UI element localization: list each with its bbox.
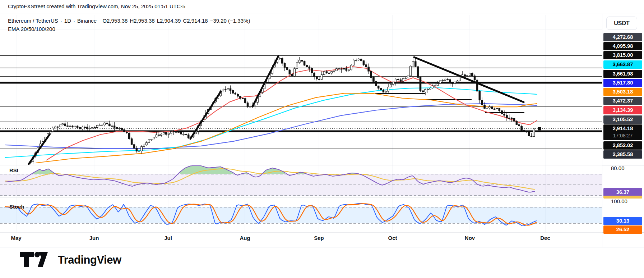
- chart-widget[interactable]: Ethereum / TetherUS·1D·Binance O2,953.38…: [0, 14, 644, 247]
- rsi-pane-label[interactable]: RSI: [9, 167, 18, 173]
- title-seg: L2,904.39: [157, 18, 181, 24]
- last-price: 2,914.18: [603, 124, 642, 132]
- tradingview-logo-text: TradingView: [58, 254, 121, 266]
- title-seg: O2,953.38: [102, 18, 128, 24]
- stoch-k-badge: 30.13: [603, 217, 642, 225]
- price-level-badge: 3,661.98: [603, 70, 642, 78]
- price-level-badge: 3,105.52: [603, 115, 642, 124]
- title-seg: ·: [60, 18, 62, 24]
- title-seg: −39.20 (−1.33%): [210, 18, 250, 24]
- month-label-aug[interactable]: Aug: [240, 235, 250, 241]
- month-label-may[interactable]: May: [11, 235, 22, 241]
- ema-indicator-label[interactable]: EMA 20/50/100/200: [8, 26, 55, 32]
- symbol-name[interactable]: Ethereum / TetherUS: [8, 18, 58, 24]
- attribution-text: CryptoFXStreet created with TradingView.…: [8, 3, 185, 9]
- bar-countdown: 17:08:27: [603, 132, 642, 139]
- title-seg: [99, 18, 100, 24]
- month-label-dec[interactable]: Dec: [540, 235, 550, 241]
- title-seg: C2,914.18: [183, 18, 208, 24]
- tradingview-logo-icon: [20, 252, 53, 268]
- price-level-badge: 2,385.58: [603, 150, 642, 159]
- price-level-badge: 4,095.98: [603, 42, 642, 50]
- rsi-value-badge: 36.37: [603, 188, 642, 196]
- stoch-pane-label[interactable]: Stoch: [9, 204, 24, 210]
- month-label-jul[interactable]: Jul: [164, 235, 172, 241]
- month-label-jun[interactable]: Jun: [89, 235, 99, 241]
- price-level-badge: 4,272.68: [603, 33, 642, 41]
- price-level-badge: 3,503.18: [603, 88, 642, 96]
- symbol-title-row[interactable]: Ethereum / TetherUS·1D·Binance O2,953.38…: [8, 18, 252, 24]
- price-level-badge: 2,852.02: [603, 141, 642, 150]
- title-seg: H2,953.38: [130, 18, 154, 24]
- title-seg: 1D: [64, 18, 71, 24]
- stoch-scale-label: 100.00: [611, 198, 627, 204]
- rsi-scale-label: 80.00: [611, 165, 625, 171]
- stoch-d-badge: 26.52: [603, 225, 642, 234]
- month-label-oct[interactable]: Oct: [388, 235, 397, 241]
- title-seg: Binance: [77, 18, 97, 24]
- tradingview-logo[interactable]: TradingView: [20, 252, 121, 268]
- rsi-ma-badge-clipped: [603, 196, 642, 199]
- current-price-badge: 2,914.1817:08:27: [603, 124, 642, 140]
- chart-canvas[interactable]: MayJunJulAugSepOctNovDec: [0, 14, 602, 247]
- price-level-badge: 3,472.37: [603, 97, 642, 105]
- tradingview-chart-page: CryptoFXStreet created with TradingView.…: [0, 0, 644, 278]
- price-level-badge: 3,134.39: [603, 106, 642, 114]
- month-label-sep[interactable]: Sep: [314, 235, 324, 241]
- price-axis[interactable]: USDT 4,272.684,095.983,815.003,663.873,6…: [602, 14, 644, 247]
- title-seg: ·: [73, 18, 75, 24]
- price-level-badge: 3,517.80: [603, 79, 642, 87]
- month-label-nov[interactable]: Nov: [465, 235, 475, 241]
- price-level-badge: 3,815.00: [603, 51, 642, 59]
- currency-toggle-button[interactable]: USDT: [606, 17, 637, 30]
- price-level-badge: 3,663.87: [603, 60, 642, 69]
